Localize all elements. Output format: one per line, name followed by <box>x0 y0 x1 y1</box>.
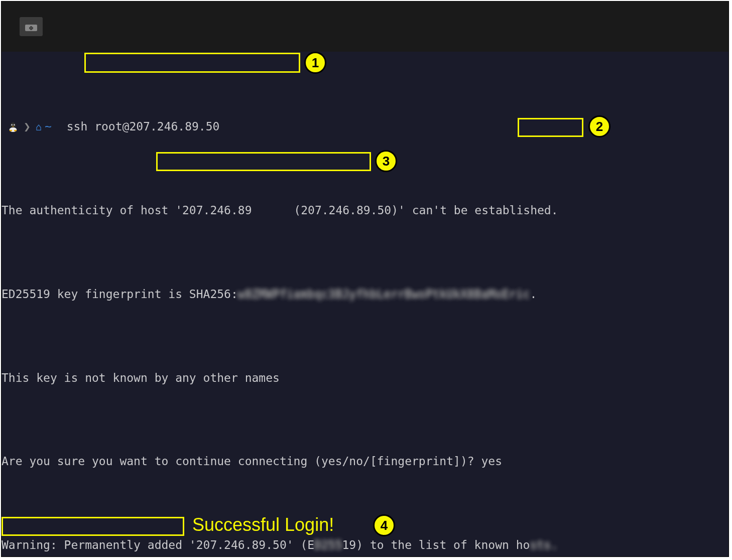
fingerprint-line: ED25519 key fingerprint is SHA256:w8ZMWP… <box>2 286 728 303</box>
svg-point-9 <box>10 130 13 131</box>
plus-tab-icon <box>25 22 38 32</box>
ssh-command: ssh root@207.246.89.50 <box>67 118 220 135</box>
terminal-body[interactable]: ❯ ⌂ ~ ssh root@207.246.89.50 The authent… <box>2 52 728 557</box>
fingerprint-blurred: w8ZMWPfiambqc3BJyfhbLerrBwoPtkUkX8BaMoEr… <box>238 286 530 303</box>
badge-3: 3 <box>375 150 397 172</box>
connect-line: Are you sure you want to continue connec… <box>2 453 728 470</box>
terminal-window[interactable]: ❯ ⌂ ~ ssh root@207.246.89.50 The authent… <box>1 1 729 557</box>
chevron-icon: ❯ <box>24 118 31 135</box>
prompt-line: ❯ ⌂ ~ ssh root@207.246.89.50 <box>2 118 728 135</box>
warning-line: Warning: Permanently added '207.246.89.5… <box>2 537 728 553</box>
success-label: Successful Login! <box>192 514 334 535</box>
tilde: ~ <box>45 118 52 135</box>
badge-4: 4 <box>373 514 395 536</box>
home-icon: ⌂ <box>36 120 42 134</box>
auth-line: The authenticity of host '207.246.89 (20… <box>2 202 728 219</box>
tux-icon <box>8 121 19 132</box>
notknown-line: This key is not known by any other names <box>2 370 728 386</box>
badge-2: 2 <box>588 115 611 137</box>
new-tab-button[interactable] <box>20 17 43 36</box>
svg-point-7 <box>12 125 12 125</box>
svg-rect-2 <box>29 27 33 29</box>
yes-answer: )? yes <box>460 453 502 470</box>
svg-point-10 <box>14 130 17 131</box>
svg-point-8 <box>14 125 14 125</box>
badge-1: 1 <box>304 52 326 74</box>
titlebar <box>2 2 728 52</box>
